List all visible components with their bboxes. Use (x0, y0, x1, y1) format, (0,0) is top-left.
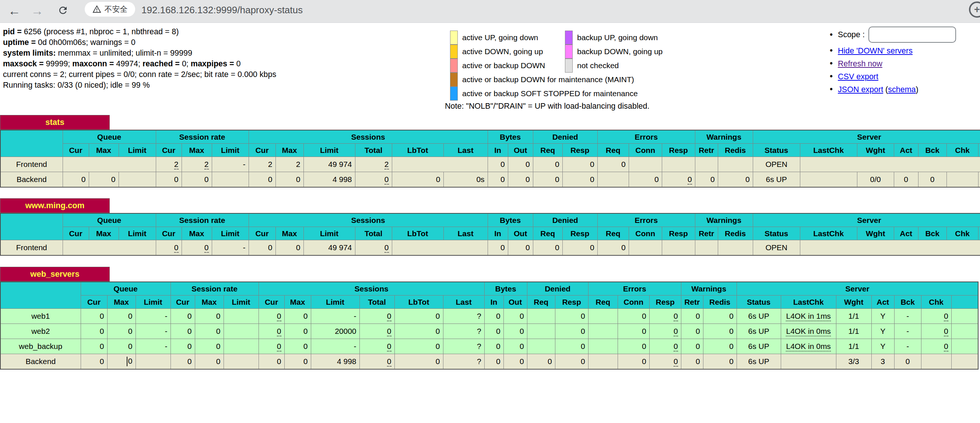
column-header: Conn (628, 144, 662, 157)
column-header: Status (737, 295, 781, 309)
reload-icon[interactable] (57, 5, 68, 18)
cell (63, 240, 156, 256)
column-group-header: Queue (63, 130, 156, 144)
cell: 0 (395, 309, 443, 324)
column-group-header: Bytes (488, 130, 533, 144)
link[interactable]: JSON export (838, 85, 883, 94)
cell: OPEN (753, 157, 800, 172)
name-column-header (0, 130, 63, 157)
cell: 2 (181, 157, 212, 172)
legend-swatch-icon (450, 45, 458, 59)
tooltip-value: L4OK in 0ms (786, 342, 830, 351)
cell (392, 157, 488, 172)
cell: 0 (597, 240, 628, 256)
cell: 0 (555, 354, 588, 370)
cell: 0 (628, 172, 662, 188)
column-header: Limit (304, 227, 355, 240)
cell (951, 324, 978, 339)
cell (527, 339, 555, 354)
cell: 0 (649, 324, 681, 339)
cell: 0 (259, 339, 284, 354)
column-header: Retr (695, 227, 718, 240)
cell (695, 157, 718, 172)
column-header: Limit (224, 295, 259, 309)
scope-label: Scope : (838, 30, 865, 40)
cell: 0 (562, 240, 597, 256)
forward-icon[interactable]: → (31, 5, 43, 17)
back-icon[interactable]: ← (8, 5, 21, 17)
cell: Frontend (0, 157, 63, 172)
proxy-title[interactable]: web_servers (0, 267, 110, 281)
cell: 0 (703, 354, 737, 370)
bullet-icon: • (830, 85, 833, 94)
info-line: current conns = 2; current pipes = 0/0; … (3, 69, 276, 80)
info-line: system limits: memmax = unlimited; ulimi… (3, 48, 276, 59)
cell: 49 974 (304, 240, 355, 256)
info-text: 99999; (46, 59, 73, 68)
link[interactable]: Hide 'DOWN' servers (838, 46, 913, 55)
column-header: Status (753, 144, 800, 157)
link[interactable]: Refresh now (838, 59, 882, 68)
link[interactable]: CSV export (838, 72, 878, 81)
cell: 0 (562, 172, 597, 188)
cell: 0 (181, 172, 212, 188)
cell (628, 240, 662, 256)
column-group-header: Sessions (259, 282, 484, 295)
cell: 0 (248, 172, 275, 188)
cell: 0 (107, 309, 135, 324)
zoom-plus-icon[interactable]: + (969, 2, 980, 18)
column-group-header: Session rate (156, 213, 248, 227)
bullet-icon: • (830, 46, 833, 55)
legend-row: active or backup DOWNnot checked (450, 59, 840, 73)
scope-input[interactable] (869, 27, 956, 43)
column-header: Last (443, 295, 484, 309)
link[interactable]: schema (888, 85, 916, 94)
info-text: Running tasks: 0/33 (0 niced); idle = 99… (3, 81, 150, 89)
cell: 0 (107, 324, 135, 339)
info-line: maxsock = 99999; maxconn = 49974; reache… (3, 59, 276, 69)
proxy-table-block: statsQueueSession rateSessionsBytesDenie… (0, 115, 980, 188)
cell: 0 (170, 354, 195, 370)
cell: 0 (107, 354, 135, 370)
tooltip-value: 2 (204, 160, 209, 169)
proxy-table-block: web_serversQueueSession rateSessionsByte… (0, 267, 978, 370)
cell: web_backup (0, 339, 81, 354)
cell (662, 157, 695, 172)
cell: Y (871, 309, 894, 324)
cell (224, 324, 259, 339)
cell: 0 (360, 339, 395, 354)
cell: 0 (275, 240, 304, 256)
cell: 0 (275, 172, 304, 188)
column-header: Cur (81, 295, 107, 309)
cell (597, 172, 628, 188)
cell: L4OK in 0ms (781, 339, 836, 354)
cell: 0 (89, 172, 119, 188)
url-bar[interactable]: 192.168.126.132:9999/haproxy-status (142, 5, 303, 16)
cell (135, 354, 170, 370)
column-header: Redis (718, 144, 753, 157)
tooltip-value: 2 (174, 160, 179, 169)
cell: 0 (921, 339, 951, 354)
cell (800, 172, 857, 188)
info-text: maxsock = (3, 59, 46, 68)
cell: 0 (195, 354, 224, 370)
column-header: Out (503, 295, 527, 309)
column-header: Limit (212, 227, 248, 240)
cell: 6s UP (737, 339, 781, 354)
site-security-chip[interactable]: 不安全 (85, 2, 135, 17)
proxy-title[interactable]: www.ming.com (0, 198, 110, 213)
cell: 4 998 (304, 172, 355, 188)
column-header: LbTot (392, 227, 444, 240)
column-header: Chk (921, 295, 951, 309)
link-row: •Refresh now (830, 57, 956, 70)
cell: 0 (81, 309, 107, 324)
cell (978, 172, 980, 188)
tooltip-value: 0 (387, 342, 391, 351)
tooltip-value: 0 (674, 312, 678, 321)
column-group-header: Bytes (488, 213, 533, 227)
name-column-header (0, 213, 63, 240)
column-header: Act (871, 295, 894, 309)
column-header: Conn (628, 227, 662, 240)
proxy-title[interactable]: stats (0, 115, 110, 130)
text-caret (127, 357, 127, 366)
